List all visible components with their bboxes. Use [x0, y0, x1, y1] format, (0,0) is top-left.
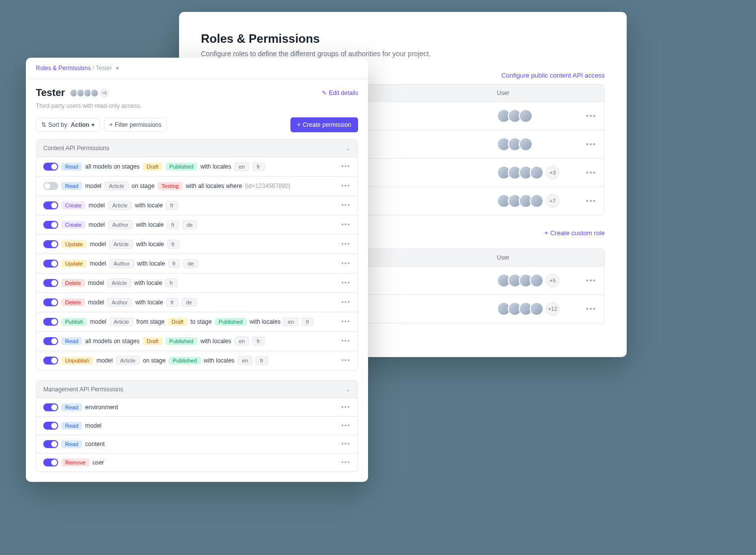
avatar — [519, 109, 533, 123]
permission-toggle[interactable] — [43, 201, 58, 209]
permission-row: ReadmodelArticleon stageTestingwith all … — [36, 176, 358, 195]
label: model — [88, 279, 104, 286]
permission-toggle[interactable] — [43, 440, 58, 448]
label: with locale — [136, 221, 164, 228]
row-menu-button[interactable]: ••• — [586, 112, 596, 120]
label: from stage — [136, 318, 165, 325]
sort-button[interactable]: ⇅ Sort by: Action ▾ — [36, 118, 100, 132]
stage-tag: Draft — [143, 163, 163, 171]
breadcrumb-root[interactable]: Roles & Permissions — [36, 65, 91, 72]
label: with locale — [137, 260, 165, 267]
permission-row: DeletemodelAuthorwith localefrde••• — [36, 292, 358, 312]
locale-tag: fr — [167, 240, 180, 249]
label: model — [90, 260, 106, 267]
row-menu-button[interactable]: ••• — [586, 169, 596, 177]
permission-row: Removeuser••• — [36, 453, 358, 471]
label: with locale — [134, 279, 162, 286]
permission-toggle[interactable] — [43, 337, 58, 345]
row-menu-button[interactable]: ••• — [586, 197, 596, 205]
locale-tag: de — [182, 298, 196, 307]
row-menu-button[interactable]: ••• — [341, 459, 351, 466]
edit-details-link[interactable]: Edit details — [322, 90, 358, 96]
sort-icon: ⇅ — [41, 121, 46, 128]
row-menu-button[interactable]: ••• — [341, 338, 351, 345]
action-tag: Read — [61, 440, 82, 448]
label: with locales — [204, 357, 235, 364]
permission-toggle[interactable] — [43, 357, 58, 365]
permission-row: UpdatemodelAuthorwith localefrde••• — [36, 254, 358, 273]
configure-public-api-link[interactable]: Configure public content API access — [501, 72, 605, 79]
row-menu-button[interactable]: ••• — [341, 299, 351, 306]
row-menu-button[interactable]: ••• — [341, 357, 351, 364]
permission-toggle[interactable] — [43, 240, 58, 248]
permission-toggle[interactable] — [43, 182, 58, 190]
permission-toggle[interactable] — [43, 422, 58, 430]
locale-tag: fr — [166, 298, 179, 307]
locale-tag: fr — [252, 337, 265, 346]
column-user: User — [497, 90, 596, 96]
locale-tag: de — [182, 220, 197, 229]
chevron-down-icon[interactable]: ▾ — [116, 65, 119, 72]
row-menu-button[interactable]: ••• — [341, 422, 351, 429]
action-tag: Delete — [61, 279, 85, 287]
label: model — [96, 357, 113, 364]
row-menu-button[interactable]: ••• — [586, 277, 596, 284]
model-tag: Article — [104, 182, 129, 190]
avatar — [530, 194, 544, 208]
permission-toggle[interactable] — [43, 221, 58, 229]
avatar-overflow-count: +3 — [546, 166, 560, 180]
locale-tag: fr — [167, 220, 179, 229]
label: model — [90, 318, 106, 325]
action-tag: Read — [61, 403, 82, 411]
row-menu-button[interactable]: ••• — [341, 241, 351, 248]
pencil-icon — [322, 90, 329, 96]
model-tag: Article — [116, 356, 140, 365]
action-tag: Unpublish — [61, 357, 94, 365]
permission-toggle[interactable] — [43, 260, 58, 268]
label: model — [88, 299, 104, 306]
chevron-down-icon: ⌄ — [346, 386, 351, 393]
row-menu-button[interactable]: ••• — [341, 260, 351, 267]
row-menu-button[interactable]: ••• — [341, 404, 351, 411]
row-menu-button[interactable]: ••• — [341, 183, 351, 189]
permission-toggle[interactable] — [43, 459, 58, 466]
filter-button[interactable]: + Filter permissions — [104, 118, 167, 132]
chevron-down-icon: ⌄ — [346, 145, 351, 152]
permission-row: Readall models on stagesDraftPublishedwi… — [36, 331, 358, 351]
model-tag: Author — [108, 220, 133, 229]
permission-toggle[interactable] — [43, 403, 58, 411]
permission-toggle[interactable] — [43, 279, 58, 287]
row-menu-button[interactable]: ••• — [341, 221, 351, 228]
action-tag: Update — [61, 260, 87, 268]
permission-row: CreatemodelArticlewith localefr••• — [36, 195, 358, 215]
target-label: user — [93, 459, 104, 466]
row-menu-button[interactable]: ••• — [341, 318, 351, 325]
section-header[interactable]: Management API Permissions ⌄ — [36, 381, 358, 398]
row-menu-button[interactable]: ••• — [341, 441, 351, 448]
permission-toggle[interactable] — [43, 318, 58, 326]
label: with locale — [136, 241, 164, 248]
row-menu-button[interactable]: ••• — [341, 279, 351, 286]
plus-icon: + — [109, 121, 113, 128]
target-label: content — [85, 441, 104, 448]
permission-row: Readcontent••• — [36, 435, 358, 453]
action-tag: Create — [61, 221, 86, 229]
section-header[interactable]: Content API Permissions ⌄ — [36, 140, 358, 157]
locale-tag: fr — [165, 278, 178, 287]
row-menu-button[interactable]: ••• — [586, 140, 596, 148]
row-menu-button[interactable]: ••• — [586, 305, 596, 313]
stage-tag: Draft — [168, 318, 188, 326]
label: with locales — [200, 338, 231, 345]
label: with locales — [250, 318, 281, 325]
action-tag: Read — [61, 337, 82, 345]
page-subtitle: Configure roles to define the different … — [201, 50, 605, 58]
locale-tag: en — [234, 337, 249, 346]
permission-toggle[interactable] — [43, 298, 58, 306]
model-tag: Article — [108, 201, 132, 210]
permission-toggle[interactable] — [43, 163, 58, 171]
create-permission-button[interactable]: + Create permission — [290, 117, 358, 132]
model-tag: Article — [107, 278, 131, 287]
row-menu-button[interactable]: ••• — [341, 163, 351, 170]
row-menu-button[interactable]: ••• — [341, 202, 351, 209]
label: model — [89, 202, 105, 209]
